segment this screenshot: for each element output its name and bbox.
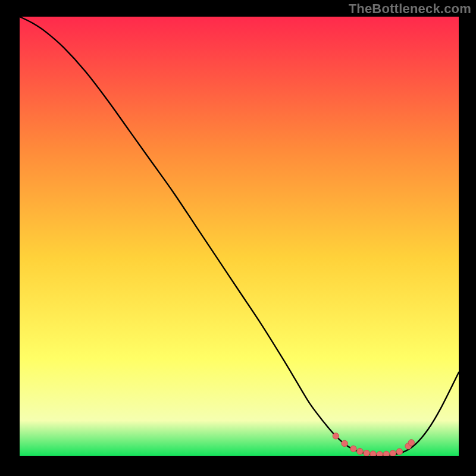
marker-dot: [377, 452, 383, 456]
marker-dot: [390, 450, 396, 456]
marker-dot: [408, 440, 414, 446]
chart-frame: TheBottleneck.com: [0, 0, 476, 476]
marker-dot: [357, 448, 363, 454]
bottleneck-chart: [20, 17, 459, 456]
marker-dot: [364, 450, 369, 456]
marker-dot: [396, 449, 402, 455]
plot-area: [20, 17, 459, 456]
marker-dot: [383, 451, 389, 456]
gradient-background: [20, 17, 459, 456]
marker-dot: [370, 451, 376, 456]
watermark-label: TheBottleneck.com: [349, 1, 471, 17]
marker-dot: [350, 446, 356, 452]
marker-dot: [333, 433, 339, 439]
marker-dot: [342, 440, 347, 446]
